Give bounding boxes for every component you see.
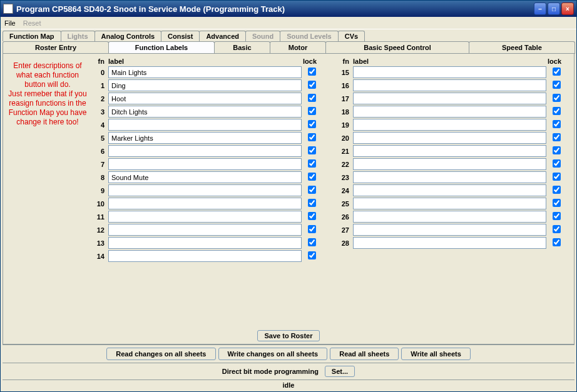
lock-checkbox[interactable] xyxy=(553,173,561,181)
lock-checkbox[interactable] xyxy=(553,186,561,194)
lock-checkbox[interactable] xyxy=(308,68,316,76)
write-all-button[interactable]: Write all sheets xyxy=(401,348,471,360)
function-row: 22 xyxy=(334,158,569,171)
lock-checkbox[interactable] xyxy=(553,81,561,89)
lock-checkbox[interactable] xyxy=(308,94,316,102)
lock-checkbox[interactable] xyxy=(553,120,561,128)
label-input[interactable] xyxy=(108,119,302,131)
lock-checkbox[interactable] xyxy=(308,212,316,220)
read-changes-button[interactable]: Read changes on all sheets xyxy=(106,348,215,360)
label-input[interactable] xyxy=(108,171,302,183)
lock-checkbox[interactable] xyxy=(308,186,316,194)
lock-checkbox[interactable] xyxy=(308,238,316,246)
label-input[interactable] xyxy=(353,158,546,170)
lock-checkbox[interactable] xyxy=(308,173,316,181)
lock-cell xyxy=(302,186,324,195)
label-input[interactable] xyxy=(353,198,546,209)
lock-checkbox[interactable] xyxy=(308,146,316,154)
fn-number: 10 xyxy=(89,200,108,208)
lock-checkbox[interactable] xyxy=(553,159,561,168)
label-input[interactable] xyxy=(108,79,302,91)
menu-reset[interactable]: Reset xyxy=(23,19,41,27)
close-button[interactable]: × xyxy=(561,3,574,15)
lock-cell xyxy=(546,120,569,129)
lock-checkbox[interactable] xyxy=(553,199,561,207)
lock-checkbox[interactable] xyxy=(553,107,561,115)
label-input[interactable] xyxy=(108,211,302,223)
fn-number: 22 xyxy=(334,161,353,168)
label-input[interactable] xyxy=(353,66,546,78)
tab-advanced[interactable]: Advanced xyxy=(199,31,246,41)
lock-checkbox[interactable] xyxy=(308,81,316,89)
write-changes-button[interactable]: Write changes on all sheets xyxy=(218,348,328,360)
tab-row-2: Roster Entry Function Labels Basic Motor… xyxy=(3,41,574,54)
label-input[interactable] xyxy=(108,93,302,104)
tab-sound-levels[interactable]: Sound Levels xyxy=(280,31,339,41)
label-input[interactable] xyxy=(108,66,302,78)
function-row: 7 xyxy=(89,158,324,171)
tab-speed-table[interactable]: Speed Table xyxy=(469,41,575,54)
label-input[interactable] xyxy=(108,224,302,236)
lock-cell xyxy=(546,133,569,143)
lock-checkbox[interactable] xyxy=(308,159,316,168)
label-input[interactable] xyxy=(353,211,546,223)
lock-checkbox[interactable] xyxy=(308,199,316,207)
lock-checkbox[interactable] xyxy=(553,146,561,154)
tab-motor[interactable]: Motor xyxy=(270,41,326,54)
lock-checkbox[interactable] xyxy=(308,133,316,141)
minimize-button[interactable]: – xyxy=(534,3,546,15)
tab-lights[interactable]: Lights xyxy=(61,31,95,41)
label-input[interactable] xyxy=(353,132,546,144)
label-input[interactable] xyxy=(353,79,546,91)
fn-number: 28 xyxy=(334,239,353,247)
label-input[interactable] xyxy=(108,132,302,144)
tab-cvs[interactable]: CVs xyxy=(338,31,365,41)
lock-checkbox[interactable] xyxy=(553,68,561,76)
lock-checkbox[interactable] xyxy=(553,94,561,102)
label-input[interactable] xyxy=(108,145,302,157)
fn-number: 17 xyxy=(334,95,353,103)
menu-file[interactable]: File xyxy=(4,19,16,27)
label-input[interactable] xyxy=(353,171,546,183)
label-input[interactable] xyxy=(108,237,302,249)
tab-function-map[interactable]: Function Map xyxy=(3,31,61,41)
fn-number: 7 xyxy=(89,161,108,168)
tab-basic[interactable]: Basic xyxy=(214,41,270,54)
fn-number: 20 xyxy=(334,134,353,142)
tab-basic-speed-control[interactable]: Basic Speed Control xyxy=(325,41,469,54)
read-all-button[interactable]: Read all sheets xyxy=(330,348,399,360)
lock-checkbox[interactable] xyxy=(308,120,316,128)
tab-row-1: Function Map Lights Analog Controls Cons… xyxy=(3,31,574,41)
label-input[interactable] xyxy=(353,237,546,249)
lock-checkbox[interactable] xyxy=(308,225,316,233)
tab-roster-entry[interactable]: Roster Entry xyxy=(3,41,109,54)
function-row: 23 xyxy=(334,171,569,184)
tab-sound[interactable]: Sound xyxy=(245,31,280,41)
save-to-roster-button[interactable]: Save to Roster xyxy=(257,330,319,341)
lock-checkbox[interactable] xyxy=(553,238,561,246)
set-button[interactable]: Set... xyxy=(325,366,355,377)
lock-checkbox[interactable] xyxy=(308,107,316,115)
label-input[interactable] xyxy=(353,119,546,131)
header-label: label xyxy=(353,58,546,65)
function-row: 3 xyxy=(89,105,324,118)
label-input[interactable] xyxy=(353,106,546,118)
label-input[interactable] xyxy=(108,250,302,262)
label-input[interactable] xyxy=(353,224,546,236)
label-input[interactable] xyxy=(108,158,302,170)
tab-consist[interactable]: Consist xyxy=(161,31,200,41)
lock-checkbox[interactable] xyxy=(553,212,561,220)
lock-checkbox[interactable] xyxy=(553,225,561,233)
label-input[interactable] xyxy=(353,145,546,157)
label-input[interactable] xyxy=(353,184,546,196)
grid-col-left: fn label lock 01234567891011121314 xyxy=(89,58,324,324)
label-input[interactable] xyxy=(108,184,302,196)
tab-analog-controls[interactable]: Analog Controls xyxy=(94,31,162,41)
maximize-button[interactable]: □ xyxy=(548,3,560,15)
lock-checkbox[interactable] xyxy=(553,133,561,141)
lock-checkbox[interactable] xyxy=(308,251,316,259)
tab-function-labels[interactable]: Function Labels xyxy=(108,41,215,54)
label-input[interactable] xyxy=(108,198,302,209)
label-input[interactable] xyxy=(353,93,546,104)
label-input[interactable] xyxy=(108,106,302,118)
